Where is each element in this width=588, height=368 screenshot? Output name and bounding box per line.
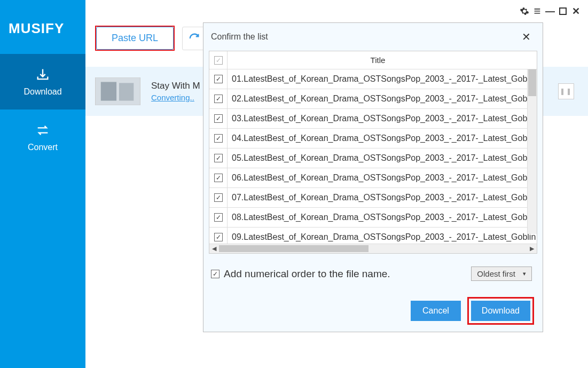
- sidebar: MUSIFY Download Convert: [0, 0, 85, 368]
- item-title: 08.LatestBest_of_Korean_Drama_OSTSongsPo…: [228, 213, 536, 222]
- confirm-list-dialog: Confirm the list ✕ ✓ Title ✓01.LatestBes…: [203, 22, 543, 332]
- nav-convert[interactable]: Convert: [0, 109, 85, 165]
- list-item[interactable]: ✓03.LatestBest_of_Korean_Drama_OSTSongsP…: [209, 109, 537, 129]
- item-checkbox[interactable]: ✓: [214, 233, 223, 241]
- item-checkbox[interactable]: ✓: [214, 114, 223, 123]
- close-icon[interactable]: ✕: [570, 5, 582, 17]
- item-checkbox[interactable]: ✓: [214, 193, 223, 202]
- item-title: 09.LatestBest_of_Korean_Drama_OSTSongsPo…: [228, 232, 536, 242]
- svg-rect-3: [119, 83, 134, 100]
- list-body: ✓01.LatestBest_of_Korean_Drama_OSTSongsP…: [209, 69, 537, 244]
- paste-url-button[interactable]: Paste URL: [96, 27, 174, 50]
- chevron-down-icon: ▾: [523, 270, 526, 277]
- pause-icon: ❚❚: [560, 88, 573, 95]
- window-controls: ≡ — ✕: [519, 5, 582, 17]
- download-button[interactable]: Download: [471, 301, 530, 321]
- menu-icon[interactable]: ≡: [531, 5, 543, 17]
- horizontal-scrollbar[interactable]: ◀ ▶: [209, 244, 537, 253]
- item-title: 06.LatestBest_of_Korean_Drama_OSTSongsPo…: [228, 173, 536, 183]
- item-checkbox[interactable]: ✓: [214, 75, 223, 83]
- dialog-buttons: Cancel Download: [203, 286, 543, 334]
- dialog-title: Confirm the list: [211, 32, 268, 42]
- numerical-order-option[interactable]: ✓ Add numerical order to the file name.: [211, 268, 390, 280]
- column-title: Title: [228, 56, 537, 65]
- list-item[interactable]: ✓01.LatestBest_of_Korean_Drama_OSTSongsP…: [209, 69, 537, 89]
- minimize-icon[interactable]: —: [544, 5, 556, 17]
- svg-rect-0: [560, 8, 566, 14]
- list-item[interactable]: ✓06.LatestBest_of_Korean_Drama_OSTSongsP…: [209, 168, 537, 188]
- vertical-scroll-thumb[interactable]: [528, 69, 536, 96]
- item-checkbox[interactable]: ✓: [214, 174, 223, 182]
- item-checkbox[interactable]: ✓: [214, 134, 223, 143]
- nav-convert-label: Convert: [28, 143, 58, 152]
- sort-order-label: Oldest first: [477, 269, 515, 278]
- list-item[interactable]: ✓07.LatestBest_of_Korean_Drama_OSTSongsP…: [209, 188, 537, 208]
- refresh-icon: [189, 33, 200, 44]
- select-all-checkbox[interactable]: ✓: [214, 56, 223, 65]
- paste-url-highlight: Paste URL: [95, 26, 175, 51]
- dialog-header: Confirm the list ✕: [203, 23, 543, 49]
- item-title: 02.LatestBest_of_Korean_Drama_OSTSongsPo…: [228, 94, 536, 104]
- list-item[interactable]: ✓08.LatestBest_of_Korean_Drama_OSTSongsP…: [209, 208, 537, 228]
- nav-download[interactable]: Download: [0, 54, 85, 109]
- list-item[interactable]: ✓04.LatestBest_of_Korean_Drama_OSTSongsP…: [209, 129, 537, 148]
- maximize-icon[interactable]: [557, 5, 569, 17]
- item-title: 07.LatestBest_of_Korean_Drama_OSTSongsPo…: [228, 193, 536, 202]
- sort-order-select[interactable]: Oldest first ▾: [471, 267, 532, 281]
- horizontal-scroll-thumb[interactable]: [219, 245, 369, 252]
- item-checkbox[interactable]: ✓: [214, 154, 223, 162]
- list-item[interactable]: ✓02.LatestBest_of_Korean_Drama_OSTSongsP…: [209, 89, 537, 109]
- convert-icon: [35, 122, 51, 138]
- item-checkbox[interactable]: ✓: [214, 95, 223, 103]
- pause-button[interactable]: ❚❚: [558, 83, 574, 99]
- download-highlight: Download: [467, 297, 534, 325]
- vertical-scrollbar[interactable]: [527, 69, 537, 234]
- item-title: 05.LatestBest_of_Korean_Drama_OSTSongsPo…: [228, 153, 536, 163]
- cancel-button[interactable]: Cancel: [411, 301, 461, 321]
- list-item[interactable]: ✓09.LatestBest_of_Korean_Drama_OSTSongsP…: [209, 228, 537, 244]
- item-checkbox[interactable]: ✓: [214, 213, 223, 222]
- file-list: ✓ Title ✓01.LatestBest_of_Korean_Drama_O…: [209, 51, 537, 254]
- download-icon: [35, 67, 51, 83]
- item-title: 03.LatestBest_of_Korean_Drama_OSTSongsPo…: [228, 114, 536, 123]
- list-header: ✓ Title: [209, 51, 537, 69]
- settings-icon[interactable]: [519, 5, 530, 17]
- item-title: 01.LatestBest_of_Korean_Drama_OSTSongsPo…: [228, 74, 536, 84]
- item-title: 04.LatestBest_of_Korean_Drama_OSTSongsPo…: [228, 134, 536, 143]
- nav-download-label: Download: [23, 87, 61, 97]
- numerical-order-checkbox[interactable]: ✓: [211, 270, 219, 278]
- track-thumbnail: [95, 77, 140, 105]
- options-row: ✓ Add numerical order to the file name. …: [203, 254, 543, 286]
- app-logo: MUSIFY: [0, 0, 85, 54]
- svg-rect-2: [101, 82, 116, 100]
- scroll-right-arrow[interactable]: ▶: [527, 244, 537, 253]
- dialog-close-button[interactable]: ✕: [520, 30, 533, 43]
- scroll-left-arrow[interactable]: ◀: [209, 244, 219, 253]
- list-item[interactable]: ✓05.LatestBest_of_Korean_Drama_OSTSongsP…: [209, 148, 537, 168]
- numerical-order-label: Add numerical order to the file name.: [224, 268, 390, 280]
